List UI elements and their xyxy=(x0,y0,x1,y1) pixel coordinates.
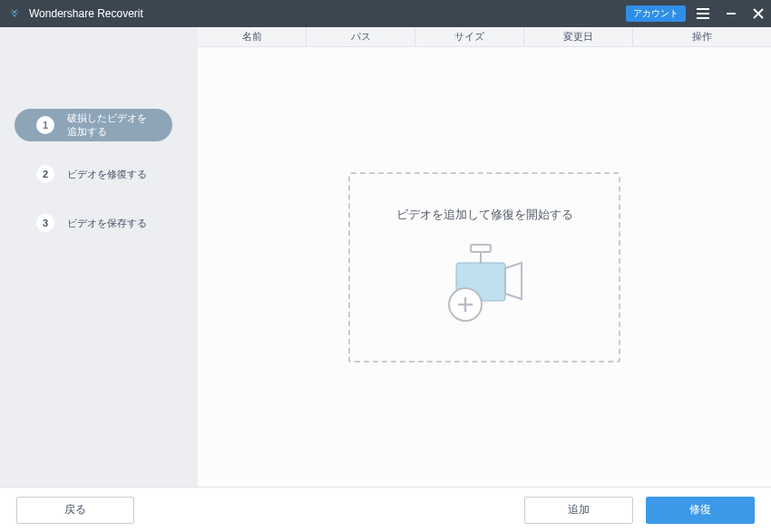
table-header: 名前 パス サイズ 変更日 操作 xyxy=(198,27,771,47)
step-label: 破損したビデオを追加する xyxy=(67,111,151,139)
account-button[interactable]: アカウント xyxy=(626,5,686,22)
close-icon[interactable] xyxy=(753,8,764,19)
column-action[interactable]: 操作 xyxy=(633,27,771,46)
step-save-video[interactable]: 3 ビデオを保存する xyxy=(15,207,172,239)
step-number: 1 xyxy=(36,116,54,134)
content-body: ビデオを追加して修復を開始する xyxy=(198,47,771,487)
step-add-video[interactable]: 1 破損したビデオを追加する xyxy=(15,109,172,141)
column-name[interactable]: 名前 xyxy=(198,27,307,46)
step-repair-video[interactable]: 2 ビデオを修復する xyxy=(15,158,172,190)
dropzone-text: ビデオを追加して修復を開始する xyxy=(396,207,573,223)
step-label: ビデオを保存する xyxy=(67,217,147,230)
titlebar: Wondershare Recoverit アカウント xyxy=(0,0,771,27)
menu-icon[interactable] xyxy=(697,8,709,19)
camera-add-icon xyxy=(434,243,534,337)
minimize-icon[interactable] xyxy=(726,8,737,19)
step-number: 3 xyxy=(36,214,54,232)
app-logo-icon xyxy=(7,6,22,21)
footer: 戻る 追加 修復 xyxy=(0,487,771,532)
content-area: 名前 パス サイズ 変更日 操作 ビデオを追加して修復を開始する xyxy=(198,27,771,487)
repair-button[interactable]: 修復 xyxy=(646,497,755,524)
step-number: 2 xyxy=(36,165,54,183)
column-size[interactable]: サイズ xyxy=(415,27,524,46)
svg-rect-0 xyxy=(471,245,491,252)
main-area: 1 破損したビデオを追加する 2 ビデオを修復する 3 ビデオを保存する 名前 … xyxy=(0,27,771,487)
back-button[interactable]: 戻る xyxy=(16,497,134,524)
column-date[interactable]: 変更日 xyxy=(524,27,633,46)
step-label: ビデオを修復する xyxy=(67,168,147,181)
add-button[interactable]: 追加 xyxy=(524,497,633,524)
app-title: Wondershare Recoverit xyxy=(29,7,626,20)
column-path[interactable]: パス xyxy=(307,27,415,46)
sidebar: 1 破損したビデオを追加する 2 ビデオを修復する 3 ビデオを保存する xyxy=(0,27,198,487)
dropzone[interactable]: ビデオを追加して修復を開始する xyxy=(348,172,620,363)
